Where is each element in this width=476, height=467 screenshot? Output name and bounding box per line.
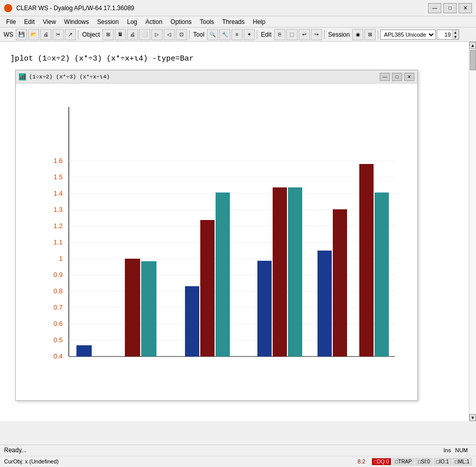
scroll-track xyxy=(469,49,476,414)
session-label: Session xyxy=(327,31,352,38)
svg-text:1.1: 1.1 xyxy=(54,238,63,246)
spinner-down[interactable]: ▼ xyxy=(452,35,459,39)
title-bar: CLEAR WS - Dyalog APL/W-64 17.1.36089 — … xyxy=(0,0,476,16)
svg-text:0.9: 0.9 xyxy=(54,271,63,279)
app-icon xyxy=(4,4,12,12)
tb-obj6[interactable]: ◁ xyxy=(164,29,175,40)
menu-file[interactable]: File xyxy=(2,17,20,26)
vertical-scrollbar[interactable]: ▲ ▼ xyxy=(469,42,476,421)
menu-bar: File Edit View Windows Session Log Actio… xyxy=(0,16,476,28)
menu-edit[interactable]: Edit xyxy=(20,17,39,26)
sep3 xyxy=(257,30,257,39)
tool-label: Tool xyxy=(192,31,206,38)
menu-threads[interactable]: Threads xyxy=(218,17,249,26)
chart-window: (1○x÷2) (x*÷3) (x*÷x−ι4) — □ ✕ 0.4 0.5 xyxy=(15,70,418,401)
bar-g5-red xyxy=(333,209,347,356)
scroll-thumb[interactable] xyxy=(470,50,476,70)
menu-options[interactable]: Options xyxy=(167,17,196,26)
svg-text:0.4: 0.4 xyxy=(54,352,63,360)
sep2 xyxy=(189,30,190,39)
tb-tool2[interactable]: 🔧 xyxy=(219,29,230,40)
svg-rect-2 xyxy=(24,74,25,79)
tb-arrow[interactable]: ↗ xyxy=(65,29,76,40)
toolbar: WS 💾 📂 🖨 ✂ ↗ Object ⊞ 🖩 🖨 ⬜ ▷ ◁ ⊡ Tool 🔍… xyxy=(0,28,476,42)
bar-g4-blue xyxy=(257,261,272,356)
chart-close[interactable]: ✕ xyxy=(404,73,414,81)
bar-g4-teal xyxy=(288,187,302,356)
bar-g1-blue xyxy=(76,345,92,356)
svg-rect-1 xyxy=(22,75,23,79)
bar-g3-teal xyxy=(216,193,230,356)
chart-maximize[interactable]: □ xyxy=(392,73,402,81)
svg-text:0.8: 0.8 xyxy=(54,287,63,295)
bar-g2-teal xyxy=(141,261,156,356)
apl-command: ]plot (1○x÷2) (x*÷3) (x*÷x+ι4) -type=Bar xyxy=(10,54,466,63)
tb-obj2[interactable]: 🖩 xyxy=(115,29,126,40)
minimize-button[interactable]: — xyxy=(428,3,441,13)
bar-g5-blue xyxy=(318,251,332,356)
chart-content: 0.4 0.5 0.6 0.7 0.8 0.9 1 1.1 1.2 1.3 1.… xyxy=(16,84,417,400)
tb-tool3[interactable]: ≡ xyxy=(231,29,243,40)
chart-window-controls: — □ ✕ xyxy=(380,73,414,81)
close-button[interactable]: ✕ xyxy=(459,3,472,13)
menu-log[interactable]: Log xyxy=(123,17,141,26)
scroll-down-button[interactable]: ▼ xyxy=(469,414,476,421)
bar-chart: 0.4 0.5 0.6 0.7 0.8 0.9 1 1.1 1.2 1.3 1.… xyxy=(28,92,405,392)
scroll-up-button[interactable]: ▲ xyxy=(469,42,476,49)
tb-obj3[interactable]: 🖨 xyxy=(127,29,138,40)
bar-g6-teal xyxy=(375,193,389,356)
font-selector[interactable]: APL385 Unicode xyxy=(380,30,436,40)
font-size-spinner[interactable]: ▲ ▼ xyxy=(437,30,459,40)
tb-ses2[interactable]: ⊞ xyxy=(364,29,376,40)
menu-action[interactable]: Action xyxy=(141,17,166,26)
tb-redo[interactable]: ↪ xyxy=(311,29,322,40)
tb-save[interactable]: 💾 xyxy=(16,29,27,40)
sep4 xyxy=(324,30,325,39)
bar-g2-red xyxy=(125,259,140,356)
spinner-controls: ▲ ▼ xyxy=(452,30,459,39)
sep5 xyxy=(378,30,378,39)
svg-text:0.7: 0.7 xyxy=(54,304,63,311)
tb-tool4[interactable]: ✦ xyxy=(244,29,255,40)
main-area: ]plot (1○x÷2) (x*÷3) (x*÷x+ι4) -type=Bar… xyxy=(0,42,476,421)
chart-minimize[interactable]: — xyxy=(380,73,390,81)
menu-windows[interactable]: Windows xyxy=(60,17,93,26)
tb-print[interactable]: 🖨 xyxy=(40,29,51,40)
tb-edit1[interactable]: ⎘ xyxy=(274,29,285,40)
maximize-button[interactable]: □ xyxy=(443,3,457,13)
tb-obj1[interactable]: ⊞ xyxy=(102,29,114,40)
ws-label: WS xyxy=(2,31,15,38)
bar-g6-red xyxy=(359,164,374,356)
svg-text:0.6: 0.6 xyxy=(54,320,63,327)
bar-g3-red2 xyxy=(200,220,215,356)
svg-text:0.5: 0.5 xyxy=(54,336,63,344)
sep1 xyxy=(78,30,78,39)
menu-help[interactable]: Help xyxy=(249,17,270,26)
svg-text:1.3: 1.3 xyxy=(54,206,63,213)
chart-icon xyxy=(19,73,26,80)
tb-obj4[interactable]: ⬜ xyxy=(139,29,150,40)
session-area[interactable]: ]plot (1○x÷2) (x*÷3) (x*÷x+ι4) -type=Bar… xyxy=(0,42,476,421)
bar-g4-red xyxy=(273,187,287,356)
tb-obj5[interactable]: ▷ xyxy=(151,29,163,40)
svg-text:1.5: 1.5 xyxy=(54,173,63,181)
object-label: Object xyxy=(81,31,101,38)
window-title: CLEAR WS - Dyalog APL/W-64 17.1.36089 xyxy=(16,5,428,12)
tb-cut[interactable]: ✂ xyxy=(52,29,64,40)
tb-edit2[interactable]: ⬚ xyxy=(286,29,298,40)
spinner-up[interactable]: ▲ xyxy=(452,30,459,35)
menu-tools[interactable]: Tools xyxy=(196,17,218,26)
menu-session[interactable]: Session xyxy=(93,17,123,26)
tb-ses1[interactable]: ◉ xyxy=(352,29,363,40)
edit-label: Edit xyxy=(259,31,273,38)
chart-titlebar: (1○x÷2) (x*÷3) (x*÷x−ι4) — □ ✕ xyxy=(16,70,417,84)
tb-open[interactable]: 📂 xyxy=(28,29,39,40)
tb-tool1[interactable]: 🔍 xyxy=(207,29,218,40)
svg-rect-0 xyxy=(20,77,21,79)
svg-text:1.6: 1.6 xyxy=(54,157,63,164)
tb-obj7[interactable]: ⊡ xyxy=(176,29,187,40)
menu-view[interactable]: View xyxy=(39,17,60,26)
font-size-input[interactable] xyxy=(437,30,452,39)
svg-text:1: 1 xyxy=(59,255,63,262)
tb-undo[interactable]: ↩ xyxy=(299,29,310,40)
